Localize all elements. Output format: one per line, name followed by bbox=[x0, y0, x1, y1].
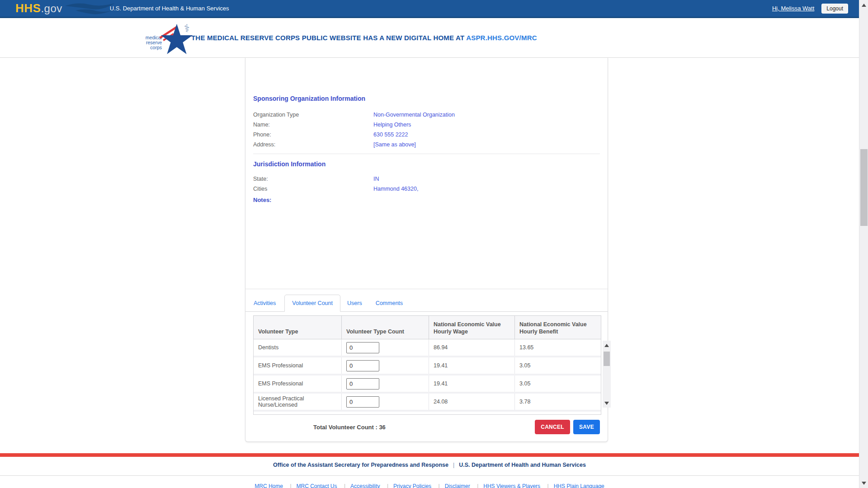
logout-button[interactable]: Logout bbox=[821, 4, 848, 14]
column-header-volunteer-type: Volunteer Type bbox=[254, 316, 341, 339]
hourly-wage-cell: 19.41 bbox=[429, 357, 514, 374]
field-value: IN bbox=[373, 176, 379, 182]
footer-link[interactable]: MRC Contact Us bbox=[285, 483, 337, 488]
field-label: Address: bbox=[253, 141, 373, 148]
volunteer-type-cell: Licensed Practical Nurse/Licensed bbox=[254, 394, 341, 410]
hourly-benefit-cell: 3.05 bbox=[514, 375, 601, 392]
table-scrollbar-thumb[interactable] bbox=[604, 352, 610, 366]
volunteer-count-cell bbox=[341, 394, 429, 410]
volunteer-type-cell: EMS Professional bbox=[254, 375, 341, 392]
field-label: Name: bbox=[253, 122, 373, 128]
footer-link[interactable]: HHS Plain Language bbox=[542, 483, 604, 488]
tab[interactable]: Activities bbox=[253, 295, 284, 311]
tab[interactable]: Users bbox=[340, 295, 369, 311]
field-value: Non-Governmental Organization bbox=[373, 112, 455, 118]
volunteer-table: Volunteer Type Volunteer Type Count Nati… bbox=[253, 315, 601, 415]
total-volunteer-count: Total Volunteer Count : 36 bbox=[313, 424, 386, 431]
hourly-benefit-cell: 3.78 bbox=[514, 394, 601, 410]
page-scroll-up-button[interactable] bbox=[859, 1, 868, 9]
tab[interactable]: Volunteer Count bbox=[284, 295, 340, 312]
column-header-type-count: Volunteer Type Count bbox=[341, 316, 429, 339]
footer-link[interactable]: MRC Home bbox=[255, 483, 283, 488]
table-scroll-down-button[interactable] bbox=[603, 399, 611, 407]
volunteer-count-cell bbox=[341, 357, 429, 374]
field-label: Organization Type bbox=[253, 112, 373, 118]
field-value: Hammond 46320, bbox=[373, 186, 418, 192]
jurisdiction-heading: Jurisdiction Information bbox=[253, 160, 600, 169]
table-row: EMS Professional 19.41 3.05 bbox=[254, 375, 601, 394]
footer-link[interactable]: Accessibility bbox=[339, 483, 380, 488]
footer-red-bar bbox=[0, 453, 859, 457]
banner-link[interactable]: ASPR.HHS.GOV/MRC bbox=[466, 34, 537, 42]
user-greeting-link[interactable]: Hi, Melissa Watt bbox=[772, 5, 814, 12]
footer-link[interactable]: Disclaimer bbox=[434, 483, 470, 488]
volunteer-count-cell bbox=[341, 339, 429, 356]
field-label: Phone: bbox=[253, 131, 373, 138]
main-area: Sponsoring Organization Information Orga… bbox=[0, 58, 859, 488]
table-row: Licensed Practical Nurse/Licensed 24.08 … bbox=[254, 394, 601, 412]
mrc-star-icon: ⚕ bbox=[158, 22, 195, 56]
count-input[interactable] bbox=[346, 378, 379, 389]
count-input[interactable] bbox=[346, 396, 379, 408]
hourly-benefit-cell: 3.05 bbox=[514, 357, 601, 374]
svg-text:⚕: ⚕ bbox=[184, 22, 190, 35]
page-scroll-down-button[interactable] bbox=[859, 479, 868, 487]
table-body: Dentists 86.94 13.65 EMS Professional bbox=[253, 339, 601, 415]
table-scrollbar[interactable] bbox=[603, 341, 611, 408]
footer-separator: | bbox=[448, 462, 459, 468]
footer-org-hhs: U.S. Department of Health and Human Serv… bbox=[459, 462, 586, 468]
section-divider bbox=[253, 154, 600, 154]
gov-logo-text: .gov bbox=[41, 2, 62, 14]
scroll-up-icon bbox=[862, 4, 866, 7]
hourly-wage-cell: 24.08 bbox=[429, 394, 514, 410]
mrc-banner: medical reserve corps ⚕ THE MEDICAL RESE… bbox=[0, 18, 859, 58]
page-scrollbar-thumb[interactable] bbox=[860, 149, 868, 226]
count-input[interactable] bbox=[346, 360, 379, 371]
footer-org-aspr: Office of the Assistant Secretary for Pr… bbox=[273, 462, 448, 468]
volunteer-type-cell: Dentists bbox=[254, 339, 341, 356]
tab[interactable]: Comments bbox=[369, 295, 410, 311]
field-value: Helping Others bbox=[373, 122, 411, 128]
hhs-logo-text: HHS bbox=[15, 1, 41, 15]
jurisdiction-fields: State: IN Cities Hammond 46320, bbox=[253, 174, 600, 194]
hhs-gov-logo[interactable]: HHS.gov bbox=[15, 1, 62, 15]
scroll-up-icon bbox=[604, 344, 609, 347]
field-row: State: IN bbox=[253, 174, 600, 184]
table-footer-row: Total Volunteer Count : 36 CANCEL SAVE bbox=[253, 419, 600, 435]
save-button[interactable]: SAVE bbox=[573, 420, 600, 434]
cancel-button[interactable]: CANCEL bbox=[535, 420, 570, 434]
footer-org-line: Office of the Assistant Secretary for Pr… bbox=[0, 462, 859, 468]
column-header-hourly-benefit: National Economic Value Hourly Benefit bbox=[514, 316, 601, 339]
table-row: Dentists 86.94 13.65 bbox=[254, 339, 601, 357]
footer-links: MRC Home MRC Contact Us Accessibility Pr… bbox=[0, 482, 859, 488]
table-row: EMS Professional 19.41 3.05 bbox=[254, 357, 601, 375]
volunteer-count-cell bbox=[341, 375, 429, 392]
tab-section: Activities Volunteer Count Users Comment… bbox=[245, 289, 608, 312]
banner-message: THE MEDICAL RESERVE CORPS PUBLIC WEBSITE… bbox=[191, 34, 537, 42]
scroll-down-icon bbox=[862, 482, 866, 485]
hourly-wage-cell: 86.94 bbox=[429, 339, 514, 356]
sponsoring-org-heading: Sponsoring Organization Information bbox=[253, 58, 600, 103]
table-scroll-up-button[interactable] bbox=[603, 342, 611, 349]
tab-bar: Activities Volunteer Count Users Comment… bbox=[245, 295, 608, 312]
content-panel: Sponsoring Organization Information Orga… bbox=[245, 58, 608, 442]
page: HHS.gov U.S. Department of Health & Huma… bbox=[0, 0, 859, 488]
table-header-row: Volunteer Type Volunteer Type Count Nati… bbox=[253, 315, 601, 339]
field-row: Organization Type Non-Governmental Organ… bbox=[253, 110, 600, 120]
count-input[interactable] bbox=[346, 342, 379, 353]
page-scrollbar[interactable] bbox=[859, 0, 868, 488]
field-value: [Same as above] bbox=[373, 141, 416, 148]
scroll-down-icon bbox=[604, 402, 609, 405]
hourly-benefit-cell: 13.65 bbox=[514, 339, 601, 356]
top-bar: HHS.gov U.S. Department of Health & Huma… bbox=[0, 0, 859, 18]
footer-divider bbox=[0, 475, 859, 476]
footer-link[interactable]: Privacy Policies bbox=[382, 483, 431, 488]
hourly-wage-cell: 19.41 bbox=[429, 375, 514, 392]
field-label: Cities bbox=[253, 186, 373, 192]
sponsoring-org-fields: Organization Type Non-Governmental Organ… bbox=[253, 110, 600, 150]
hhs-eagle-icon bbox=[64, 1, 116, 16]
field-value: 630 555 2222 bbox=[373, 131, 408, 138]
notes-heading: Notes: bbox=[253, 197, 600, 203]
field-row: Name: Helping Others bbox=[253, 120, 600, 130]
footer-link[interactable]: HHS Viewers & Players bbox=[472, 483, 540, 488]
